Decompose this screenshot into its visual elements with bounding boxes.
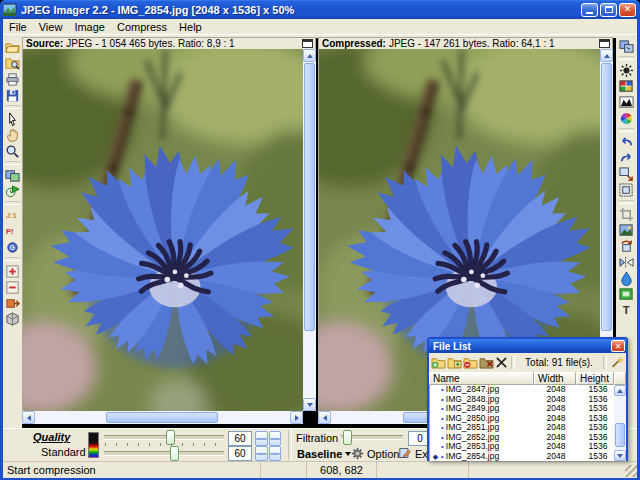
menu-image[interactable]: Image: [68, 20, 111, 34]
mode-dropdown[interactable]: Baseline: [294, 446, 354, 461]
filtration-slider[interactable]: [341, 431, 403, 444]
quality-value-top[interactable]: 60: [228, 431, 252, 446]
menu-view[interactable]: View: [33, 20, 69, 34]
scroll-thumb[interactable]: [304, 63, 315, 331]
source-horizontal-scrollbar[interactable]: [22, 411, 303, 424]
source-vertical-scrollbar[interactable]: [303, 49, 316, 411]
mode-value: Baseline: [297, 448, 342, 460]
open-image-button[interactable]: [4, 39, 21, 55]
brightness-contrast-button[interactable]: [618, 62, 635, 78]
menu-help[interactable]: Help: [173, 20, 208, 34]
scroll-thumb[interactable]: [601, 63, 612, 331]
color-balance-button[interactable]: [618, 78, 635, 94]
select-tool-button[interactable]: [4, 111, 21, 127]
spin-right-button[interactable]: [269, 431, 282, 446]
scroll-up-button[interactable]: [600, 49, 613, 62]
blur-button[interactable]: [618, 270, 635, 286]
quality-spinner-bottom[interactable]: [255, 446, 281, 461]
add-files-icon[interactable]: [431, 356, 446, 369]
file-list-body[interactable]: •IMG_2847.jpg20481536 •IMG_2848.jpg20481…: [429, 385, 626, 461]
start-compression-button[interactable]: [4, 183, 21, 199]
title-bar[interactable]: JPEG Imager 2.2 - IMG_2854.jpg [2048 x 1…: [0, 0, 640, 19]
redo-button[interactable]: [618, 150, 635, 166]
column-header-width[interactable]: Width: [534, 372, 576, 385]
save-button[interactable]: [4, 87, 21, 103]
compare-view-button[interactable]: [4, 167, 21, 183]
rotate-button[interactable]: [618, 238, 635, 254]
scroll-down-button[interactable]: [614, 450, 626, 461]
slider-thumb[interactable]: [170, 446, 179, 461]
levels-button[interactable]: [618, 94, 635, 110]
menu-compress[interactable]: Compress: [111, 20, 173, 34]
scroll-right-button[interactable]: [290, 411, 303, 424]
quality-preset-dropdown[interactable]: Standard: [41, 446, 95, 458]
scroll-thumb[interactable]: [615, 423, 625, 447]
text-tool-button[interactable]: T: [618, 302, 635, 318]
scroll-up-button[interactable]: [614, 385, 626, 396]
quality-heading[interactable]: Quality: [33, 431, 70, 443]
zoom-in-button[interactable]: [4, 263, 21, 279]
file-list-title-bar[interactable]: File List ✕: [429, 339, 626, 353]
browse-button[interactable]: [4, 55, 21, 71]
arrow-left-icon: [323, 415, 327, 421]
print-button[interactable]: [4, 71, 21, 87]
format-gif-button[interactable]: G: [4, 239, 21, 255]
resize-image-button[interactable]: [618, 166, 635, 182]
slider-track[interactable]: [341, 435, 403, 440]
resize-grip[interactable]: [625, 465, 637, 477]
spin-left-button[interactable]: [255, 446, 268, 461]
column-header-name[interactable]: Name: [429, 372, 534, 385]
toolbar-divider: [619, 56, 634, 60]
zoom-out-button[interactable]: [4, 279, 21, 295]
close-button[interactable]: ✕: [619, 3, 636, 17]
maximize-button[interactable]: [600, 3, 617, 17]
scroll-up-button[interactable]: [303, 49, 316, 62]
pan-tool-button[interactable]: [4, 127, 21, 143]
format-png-button[interactable]: P!: [4, 223, 21, 239]
minimize-button[interactable]: [581, 3, 598, 17]
source-photo: [23, 49, 303, 411]
frame-button[interactable]: [618, 286, 635, 302]
export-button[interactable]: [4, 295, 21, 311]
gif-format-icon: G: [5, 240, 20, 255]
file-list-window[interactable]: File List ✕ Total: 91 file(s). Name Widt…: [427, 337, 628, 461]
maximize-source-pane-icon[interactable]: [302, 39, 313, 48]
scroll-down-button[interactable]: [303, 398, 316, 411]
spin-right-button[interactable]: [269, 446, 282, 461]
bullet-icon: •: [441, 404, 444, 413]
slider-thumb[interactable]: [343, 430, 352, 445]
file-list-scrollbar[interactable]: [614, 385, 626, 461]
slider-track[interactable]: [104, 451, 224, 456]
slider-track[interactable]: [104, 435, 224, 440]
scroll-thumb[interactable]: [106, 412, 218, 423]
flip-button[interactable]: [618, 254, 635, 270]
quality-spinner-top[interactable]: [255, 431, 281, 446]
wand-icon[interactable]: [610, 356, 624, 369]
remove-file-icon[interactable]: [463, 356, 478, 369]
format-jpeg-button[interactable]: J:1: [4, 207, 21, 223]
maximize-compressed-pane-icon[interactable]: [599, 39, 610, 48]
copy-to-source-button[interactable]: [618, 38, 635, 54]
add-folder-icon[interactable]: [447, 356, 462, 369]
menu-file[interactable]: File: [3, 20, 33, 34]
effects-button[interactable]: [618, 222, 635, 238]
source-image-view[interactable]: [22, 49, 303, 411]
undo-button[interactable]: [618, 134, 635, 150]
clear-list-icon[interactable]: [495, 356, 508, 369]
scroll-left-button[interactable]: [318, 411, 331, 424]
row-marker: [430, 433, 441, 443]
file-list-close-button[interactable]: ✕: [611, 340, 625, 352]
scroll-left-button[interactable]: [22, 411, 35, 424]
spin-left-button[interactable]: [255, 431, 268, 446]
crop-button[interactable]: [618, 206, 635, 222]
quality-value-bottom[interactable]: 60: [228, 446, 252, 461]
rotate-icon: [619, 239, 634, 254]
quality-slider-bottom[interactable]: [104, 447, 224, 460]
arrow-right-icon: [270, 438, 281, 440]
hue-saturation-button[interactable]: [618, 110, 635, 126]
zoom-tool-button[interactable]: [4, 143, 21, 159]
canvas-size-button[interactable]: [618, 182, 635, 198]
column-header-height[interactable]: Height: [576, 372, 614, 385]
plugins-button[interactable]: [4, 311, 21, 327]
remove-all-icon[interactable]: [479, 356, 494, 369]
